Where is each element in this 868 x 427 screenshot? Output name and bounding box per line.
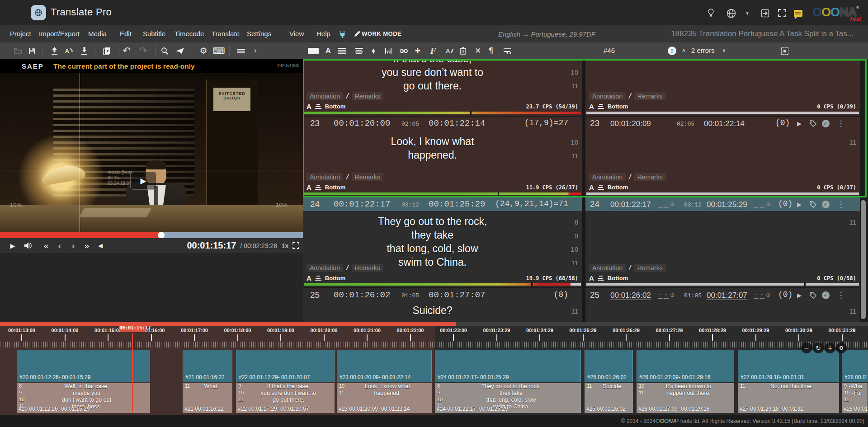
approve-check-icon[interactable]: ✓ <box>821 200 830 209</box>
menu-item-timecode[interactable]: Timecode <box>175 30 204 38</box>
start-adjust-controls[interactable]: −+⊙ <box>658 201 675 207</box>
row-header[interactable]: 23 00:01:20:09 02:05 00:01:22:14 (0) ▶ ✓… <box>585 117 860 130</box>
previous-cue-button[interactable]: ◀ <box>95 238 106 253</box>
source-row-25[interactable]: 25 00:01:26:02 01:05 00:01:27:07 (8) Sui… <box>303 288 582 322</box>
open-folder-icon[interactable] <box>11 42 25 59</box>
box-style-icon[interactable] <box>307 42 320 59</box>
cue-text[interactable]: Suicide? <box>303 304 562 317</box>
timeline-text-block[interactable]: 9-Wha10-For11#28 00:01:31: <box>842 383 868 413</box>
prev-error-chevron-icon[interactable]: ∧ <box>682 47 686 53</box>
menu-item-project[interactable]: Project <box>10 30 31 38</box>
timeline-cue-block[interactable]: #25 00:01:26:02 <box>585 350 633 382</box>
row-header[interactable]: 25 00:01:26:02 01:05 00:01:27:07 (8) <box>303 288 582 302</box>
tag-icon[interactable] <box>808 119 818 128</box>
import-translation-icon[interactable]: A <box>62 42 76 59</box>
timeline-text-block[interactable]: 8They go out to the rock,9they take10tha… <box>435 383 581 413</box>
timeline-text-block[interactable]: 9If that’s the case,10you sure don’t wan… <box>236 383 335 413</box>
annotation-tabs[interactable]: Annotation/Remarks <box>589 173 666 182</box>
spellcheck-icon[interactable]: A <box>443 42 457 59</box>
vertical-position-icon[interactable]: ▲▼ <box>367 42 380 59</box>
timeline-text-block[interactable]: 11No, not this time.#27 00:01:29:18- 00:… <box>738 383 839 413</box>
playhead-line[interactable] <box>132 333 133 413</box>
timeline-cue-block[interactable]: #27 00:01:29:18- 00:01:31: <box>738 350 839 382</box>
timeline-cue-block[interactable]: #20 00:01:12:26- 00:01:15:29 <box>17 350 150 382</box>
row-header[interactable]: 25 00:01:26:02 −+⊙ 01:05 00:01:27:07 −+⊙… <box>585 288 860 302</box>
timeline-text-block[interactable]: 10It’s been known to11happen out there.#… <box>637 383 734 413</box>
timeline-zoom-out-button[interactable]: − <box>801 343 812 353</box>
end-timecode-editable[interactable]: 00:01:25:29 <box>707 200 747 209</box>
play-cue-icon[interactable]: ▶ <box>794 291 804 300</box>
target-row-23[interactable]: 23 00:01:20:09 02:05 00:01:22:14 (0) ▶ ✓… <box>585 117 860 197</box>
timeline-cue-block[interactable]: #28 00:01:31: <box>842 350 868 382</box>
keyboard-shortcuts-icon[interactable]: ⌨ <box>212 42 226 59</box>
jump-forward-button[interactable]: » <box>81 238 92 253</box>
source-row-23[interactable]: 23 00:01:20:09 02:05 00:01:22:14 (17,9)=… <box>303 117 582 197</box>
target-row-22[interactable]: Annotation/Remarks ABottom 0 CPS (0/39) <box>585 59 860 116</box>
playback-speed[interactable]: 1x <box>281 242 288 249</box>
step-backward-button[interactable]: ‹ <box>54 238 65 253</box>
wrap-lines-icon[interactable] <box>500 42 514 59</box>
timeline-cue-block[interactable]: #22 00:01:17:29- 00:01:20:07 <box>236 350 335 382</box>
work-mode-label[interactable]: WORK MODE <box>362 30 401 37</box>
import-icon[interactable] <box>47 42 61 59</box>
video-player[interactable]: EVITCETEDDAUQS SAEP The current part of … <box>0 59 303 253</box>
timeline-zoom-reset-button[interactable]: ↻ <box>813 343 824 353</box>
font-style-icon[interactable]: A <box>321 42 335 59</box>
menu-item-settings[interactable]: Settings <box>247 30 271 38</box>
annotation-tabs[interactable]: Annotation/Remarks <box>307 173 383 182</box>
menu-item-edit[interactable]: Edit <box>120 30 132 38</box>
menu-item-import-export[interactable]: Import/Export <box>39 30 80 38</box>
cue-text-line[interactable]: They go out to the rock, <box>303 215 562 228</box>
language-globe-icon[interactable] <box>726 8 736 19</box>
grid-scrollbar-thumb[interactable] <box>861 200 866 319</box>
language-dropdown-caret-icon[interactable]: ▾ <box>742 8 753 19</box>
timeline-text-block[interactable]: 11Suicide#25 00:01:26:02 <box>585 383 633 413</box>
cue-text-line[interactable]: go out there. <box>303 79 562 93</box>
target-row-24[interactable]: 24 00:01:22:17 −+⊙ 03:12 00:01:25:29 −+⊙… <box>585 197 860 287</box>
source-row-24[interactable]: 24 00:01:22:17 03:12 00:01:25:29 (24,9,2… <box>303 197 582 287</box>
target-row-25[interactable]: 25 00:01:26:02 −+⊙ 01:05 00:01:27:07 −+⊙… <box>585 288 860 322</box>
timeline[interactable]: 00:01:13:0000:01:14:0000:01:15:0000:01:1… <box>0 322 868 415</box>
row-menu-icon[interactable]: ⋮ <box>836 119 846 128</box>
redo-icon[interactable]: ↷ <box>137 42 150 59</box>
cue-text-line[interactable]: they take <box>303 228 562 242</box>
row-header-selected[interactable]: 24 00:01:22:17 −+⊙ 03:12 00:01:25:29 −+⊙… <box>585 197 860 211</box>
menu-item-help[interactable]: Help <box>316 30 330 38</box>
tag-icon[interactable] <box>808 200 818 209</box>
cue-text[interactable]: If that’s the case,you sure don’t want t… <box>303 59 562 93</box>
italics-icon[interactable]: F <box>426 42 440 59</box>
start-adjust-controls[interactable]: −+⊙ <box>658 291 675 298</box>
menu-item-media[interactable]: Media <box>88 30 107 38</box>
start-timecode-editable[interactable]: 00:01:22:17 <box>610 200 651 209</box>
row-header[interactable]: 23 00:01:20:09 02:05 00:01:22:14 (17,9)=… <box>303 117 582 130</box>
feedback-chat-icon[interactable] <box>793 8 803 19</box>
align-center-icon[interactable] <box>352 42 366 59</box>
timeline-zoom-in-button[interactable]: + <box>825 343 835 353</box>
timeline-text-block[interactable]: 8Well, in that case,9maybe you10don’t wa… <box>17 383 150 413</box>
approve-check-icon[interactable]: ✓ <box>821 291 830 300</box>
volume-button[interactable] <box>23 238 33 253</box>
cue-text-line[interactable]: that long, cold, slow <box>303 242 562 255</box>
pilcrow-icon[interactable]: ¶ <box>484 42 498 59</box>
next-error-chevron-icon[interactable]: ∨ <box>722 47 726 53</box>
playhead-timecode-badge[interactable]: 00:01:15:17 <box>119 324 146 332</box>
video-fullscreen-icon[interactable] <box>292 242 299 249</box>
end-adjust-controls[interactable]: −+⊙ <box>754 201 771 207</box>
cue-text-line[interactable]: happened. <box>303 148 562 162</box>
timeline-text-block[interactable]: 10Look, I know what11happened.#23 00:01:… <box>337 383 432 413</box>
justify-icon[interactable] <box>335 42 349 59</box>
layout-menu-icon[interactable] <box>234 42 248 59</box>
menu-item-view[interactable]: View <box>289 30 304 38</box>
annotation-tabs[interactable]: Annotation/Remarks <box>307 92 383 101</box>
annotation-tabs[interactable]: Annotation/Remarks <box>589 263 666 272</box>
expand-toolbar-chevron-icon[interactable]: › <box>249 42 262 59</box>
region-select-icon[interactable] <box>781 47 788 55</box>
cue-text-line[interactable]: If that’s the case, <box>303 59 562 66</box>
link-cues-icon[interactable] <box>397 42 410 59</box>
delete-cue-icon[interactable] <box>456 42 470 59</box>
row-menu-icon[interactable]: ⋮ <box>836 200 846 209</box>
timeline-cue-block[interactable]: #21 00:01:16:22 <box>183 350 232 382</box>
approve-check-icon[interactable]: ✓ <box>821 119 830 128</box>
video-progress-bar[interactable] <box>0 232 303 238</box>
cue-text-line[interactable]: Look, I know what <box>303 135 562 148</box>
